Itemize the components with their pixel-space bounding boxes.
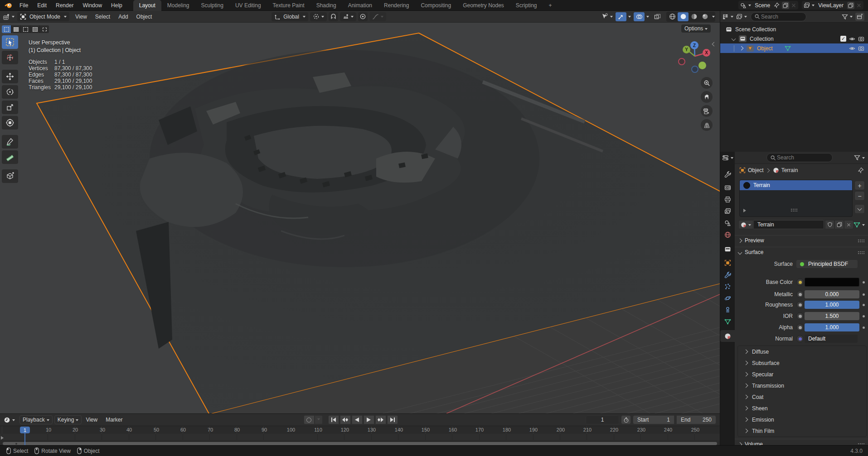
material-name-field[interactable]: Terrain <box>753 220 824 229</box>
add-slot-button[interactable]: + <box>854 181 865 190</box>
slot-list-resize-grip[interactable] <box>790 208 798 211</box>
keyframe-dot[interactable] <box>863 326 865 329</box>
menu-select[interactable]: Select <box>91 14 114 20</box>
panel-thin-film[interactable]: Thin Film <box>738 425 868 437</box>
float-socket-icon[interactable] <box>796 312 804 320</box>
workspace-tab-texture-paint[interactable]: Texture Paint <box>267 0 310 11</box>
properties-filter-button[interactable] <box>854 154 865 161</box>
shading-material-button[interactable] <box>689 12 699 21</box>
viewlayer-selector[interactable]: ViewLayer <box>802 1 863 10</box>
panel-transmission[interactable]: Transmission <box>738 380 868 391</box>
shading-wireframe-button[interactable] <box>667 12 678 21</box>
next-keyframe-button[interactable] <box>375 415 386 424</box>
menu-render[interactable]: Render <box>51 0 78 11</box>
jump-to-end-button[interactable] <box>387 415 398 424</box>
properties-search-input[interactable] <box>776 154 819 161</box>
select-mode-invert[interactable] <box>30 25 40 33</box>
timeline-channel-expand-icon[interactable] <box>1 435 5 441</box>
menu-add[interactable]: Add <box>114 14 132 20</box>
panel-subsurface[interactable]: Subsurface <box>738 357 868 369</box>
tab-object-data[interactable] <box>720 316 735 327</box>
camera-view-button[interactable] <box>701 105 713 117</box>
workspace-tab-sculpting[interactable]: Sculpting <box>195 0 229 11</box>
pivot-point-dropdown[interactable] <box>310 12 327 21</box>
workspace-tab-animation[interactable]: Animation <box>342 0 378 11</box>
mode-selector[interactable]: Object Mode <box>17 12 69 21</box>
new-scene-button[interactable] <box>782 2 789 9</box>
workspace-tab-compositing[interactable]: Compositing <box>415 0 457 11</box>
playhead-line[interactable] <box>24 433 25 446</box>
outliner-filter-button[interactable] <box>842 14 853 20</box>
expand-icon[interactable] <box>732 37 736 41</box>
disable-render-icon[interactable] <box>858 36 864 42</box>
sidebar-toggle-icon[interactable] <box>713 41 716 47</box>
tab-material[interactable] <box>720 330 735 342</box>
ior-slider[interactable]: 1.500 <box>805 312 859 320</box>
float-socket-icon[interactable] <box>796 291 804 298</box>
timeline-editor-type-button[interactable] <box>4 417 15 423</box>
tool-rotate[interactable] <box>2 85 18 99</box>
menu-marker[interactable]: Marker <box>102 417 126 423</box>
keyframe-dot[interactable] <box>863 304 865 306</box>
alpha-slider[interactable]: 1.000 <box>805 323 859 331</box>
panel-emission[interactable]: Emission <box>738 414 868 425</box>
copy-material-button[interactable] <box>834 220 844 229</box>
panel-specular[interactable]: Specular <box>738 369 868 380</box>
menu-playback[interactable]: Playback <box>19 415 53 424</box>
float-socket-icon[interactable] <box>796 301 804 308</box>
slot-specials-button[interactable] <box>854 204 865 214</box>
jump-to-start-button[interactable] <box>328 415 339 424</box>
outliner-search-input[interactable] <box>760 13 803 20</box>
material-slot-row[interactable]: Terrain <box>740 180 852 190</box>
properties-editor-type-button[interactable] <box>722 154 733 161</box>
gizmo-axis-z[interactable]: Z <box>690 41 698 49</box>
material-slot-name[interactable]: Terrain <box>753 182 770 188</box>
select-mode-subtract[interactable] <box>21 25 30 33</box>
tool-add-cube[interactable] <box>2 169 18 183</box>
browse-material-button[interactable] <box>738 220 753 229</box>
add-workspace-button[interactable]: + <box>543 0 558 11</box>
panel-sheen[interactable]: Sheen <box>738 403 868 414</box>
select-mode-new[interactable] <box>2 25 11 33</box>
roughness-slider[interactable]: 1.000 <box>805 301 859 309</box>
normal-value[interactable]: Default <box>805 335 858 343</box>
outliner-row-object[interactable]: Object <box>720 43 868 53</box>
play-reverse-button[interactable] <box>352 415 363 424</box>
editor-type-button[interactable] <box>3 13 15 20</box>
selectability-visibility-dropdown[interactable] <box>601 13 613 20</box>
gizmos-toggle-icon[interactable] <box>616 12 626 21</box>
gizmo-axis-y-neg[interactable] <box>698 62 706 69</box>
frame-start-field[interactable]: Start1 <box>633 415 674 424</box>
tab-view-layer[interactable] <box>720 205 735 217</box>
tab-modifiers[interactable] <box>720 269 735 280</box>
gizmos-dropdown[interactable] <box>616 12 631 21</box>
hide-eye-icon[interactable] <box>849 45 855 52</box>
keyframe-dot[interactable] <box>863 281 865 283</box>
panel-preview[interactable]: Preview <box>735 235 868 245</box>
keyframe-dot[interactable] <box>863 293 865 296</box>
workspace-tab-shading[interactable]: Shading <box>310 0 342 11</box>
tool-move[interactable] <box>2 70 18 83</box>
menu-view-timeline[interactable]: View <box>82 417 102 423</box>
properties-search[interactable] <box>766 153 833 162</box>
proportional-falloff-dropdown[interactable] <box>369 12 386 21</box>
tab-object[interactable] <box>720 257 735 269</box>
breadcrumb-object[interactable]: Object <box>748 167 764 173</box>
gizmo-axis-y[interactable]: Y <box>683 46 690 53</box>
unlink-scene-button[interactable] <box>791 3 796 8</box>
timeline-scrollbar[interactable] <box>3 442 717 445</box>
options-dropdown[interactable]: Options <box>681 24 711 33</box>
menu-object[interactable]: Object <box>132 14 156 20</box>
metallic-slider[interactable]: 0.000 <box>805 290 859 298</box>
tool-cursor[interactable] <box>2 51 18 64</box>
tab-constraints[interactable] <box>720 304 735 316</box>
timeline-ruler[interactable]: 10 20 30 40 50 60 70 80 90 100 110 120 1… <box>0 426 720 434</box>
workspace-tab-geometry-nodes[interactable]: Geometry Nodes <box>457 0 510 11</box>
pin-icon[interactable] <box>774 2 780 8</box>
gizmo-axis-z-neg[interactable] <box>691 66 698 73</box>
perspective-toggle-button[interactable] <box>701 119 713 131</box>
link-target-button[interactable] <box>853 221 865 228</box>
pin-id-icon[interactable] <box>858 167 864 173</box>
xray-toggle[interactable] <box>652 12 663 21</box>
expand-icon[interactable] <box>739 46 744 51</box>
